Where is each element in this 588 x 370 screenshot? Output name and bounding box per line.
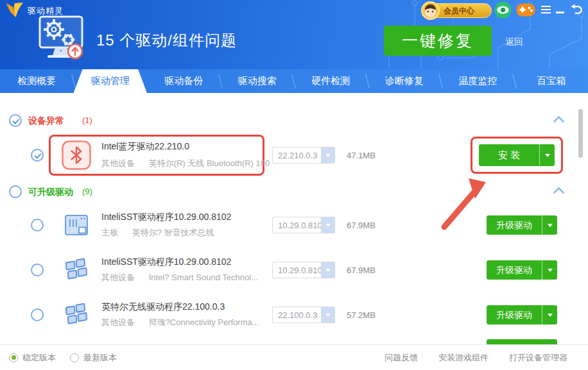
device-description: 英特尔? 智音技术总线: [132, 228, 214, 237]
tab-2[interactable]: 驱动管理: [74, 69, 148, 93]
section-count: (1): [82, 115, 92, 125]
device-description: 英特尔(R) 无线 Bluetooth(R) 100: [149, 158, 270, 168]
version-value: 22.100.0.3: [278, 310, 317, 320]
motherboard-icon: [62, 210, 91, 240]
version-select[interactable]: 22.100.0.3: [272, 307, 335, 323]
device-category: 其他设备: [101, 273, 135, 282]
minimize-icon[interactable]: [556, 12, 564, 13]
computer-gears-icon: [32, 14, 90, 65]
driver-genius-logo-icon: [6, 3, 24, 19]
back-arrow-icon[interactable]: [570, 4, 582, 15]
member-center-label: 会员中心: [444, 6, 474, 17]
action-button[interactable]: 升级驱动: [487, 215, 557, 235]
driver-size: 47.1MB: [347, 151, 376, 160]
feedback-link[interactable]: 问题反馈: [385, 352, 418, 364]
latest-version-option[interactable]: 最新版本: [70, 352, 117, 364]
tab-8[interactable]: 百宝箱: [515, 69, 588, 93]
header: 驱动精灵 会员中心: [0, 0, 588, 69]
driver-size: 57.2MB: [347, 310, 376, 320]
tab-6[interactable]: 诊断修复: [368, 69, 442, 93]
device-description: Intel? Smart Sound Technol...: [149, 273, 258, 282]
section-header: 可升级驱动 (9): [9, 185, 588, 200]
section-count: (9): [82, 187, 92, 196]
driver-title: 英特尔无线驱动程序22.100.0.3: [101, 301, 225, 313]
action-dropdown-icon[interactable]: [542, 215, 557, 235]
version-value: 22.210.0.3: [278, 151, 317, 160]
windows-driver-icon: [62, 255, 91, 285]
stable-version-radio[interactable]: [9, 353, 18, 362]
tab-bar: 检测概要驱动管理驱动备份驱动搜索硬件检测诊断修复温度监控百宝箱: [0, 69, 588, 93]
back-link[interactable]: 返回: [505, 37, 523, 48]
action-dropdown-icon[interactable]: [542, 305, 557, 324]
version-select[interactable]: 10.29.0.8102: [272, 217, 335, 233]
action-button[interactable]: 安装: [479, 144, 555, 166]
footer-links: 问题反馈 安装游戏组件 打开设备管理器: [385, 345, 567, 370]
tab-7[interactable]: 温度监控: [441, 69, 515, 93]
partial-action-button[interactable]: [487, 339, 557, 344]
row-checkbox[interactable]: [31, 149, 44, 162]
driver-row: InteliSST驱动程序10.29.00.8102 主板 英特尔? 智音技术总…: [0, 205, 588, 245]
driver-title: InteliSST驱动程序10.29.00.8102: [101, 256, 231, 268]
tab-5[interactable]: 硬件检测: [294, 69, 368, 93]
footer: 稳定版本 最新版本 问题反馈 安装游戏组件 打开设备管理器: [0, 344, 588, 370]
latest-version-radio[interactable]: [70, 353, 79, 362]
section-header: 设备异常 (1): [9, 114, 588, 129]
driver-size: 67.9MB: [347, 265, 376, 275]
driver-size: 67.9MB: [347, 221, 376, 230]
latest-version-label: 最新版本: [83, 352, 117, 364]
action-button[interactable]: 升级驱动: [487, 260, 557, 280]
stable-version-label: 稳定版本: [22, 352, 56, 364]
action-label[interactable]: 升级驱动: [487, 305, 542, 324]
action-dropdown-icon[interactable]: [542, 260, 557, 280]
tab-1[interactable]: 检测概要: [0, 69, 74, 93]
section-label: 可升级驱动: [28, 187, 73, 198]
tab-4[interactable]: 驱动搜索: [221, 69, 295, 93]
driver-row: 英特尔无线驱动程序22.100.0.3 其他设备 辩瑰?Connectivity…: [0, 295, 588, 335]
section-label: 设备异常: [28, 115, 64, 127]
page-title: 15 个驱动/组件问题: [96, 30, 237, 51]
dropdown-arrow-icon[interactable]: [321, 217, 334, 233]
driver-title: Intel蓝牙驱动22.210.0: [101, 141, 189, 153]
row-checkbox[interactable]: [31, 219, 44, 231]
member-center-button[interactable]: 会员中心: [422, 3, 492, 18]
version-select[interactable]: 22.210.0.3: [272, 147, 335, 164]
scrollbar-thumb[interactable]: [578, 109, 583, 158]
driver-row: InteliSST驱动程序10.29.00.8102 其他设备 Intel? S…: [0, 250, 588, 290]
device-category: 其他设备: [101, 158, 135, 168]
driver-title: InteliSST驱动程序10.29.00.8102: [101, 212, 231, 223]
gamepad-icon[interactable]: [516, 3, 535, 17]
action-label[interactable]: 升级驱动: [487, 260, 542, 280]
open-device-manager-link[interactable]: 打开设备管理器: [509, 352, 567, 364]
one-key-fix-button[interactable]: 一键修复: [384, 26, 492, 56]
driver-row: Intel蓝牙驱动22.210.0 其他设备 英特尔(R) 无线 Bluetoo…: [0, 135, 588, 176]
version-preference-group: 稳定版本 最新版本: [9, 345, 117, 370]
device-category: 主板: [101, 228, 118, 237]
action-label[interactable]: 安装: [479, 144, 540, 166]
driver-list-panel: 设备异常 (1) Intel蓝牙驱动22.210.0 其他设备 英特尔(R) 无…: [0, 93, 588, 344]
protection-eye-icon[interactable]: [494, 1, 512, 19]
install-game-components-link[interactable]: 安装游戏组件: [438, 352, 489, 364]
section-checkbox[interactable]: [9, 185, 22, 198]
action-label[interactable]: 升级驱动: [487, 215, 542, 235]
action-dropdown-icon[interactable]: [540, 144, 555, 166]
version-select[interactable]: 10.29.0.8102: [272, 262, 335, 278]
bluetooth-device-icon: [62, 140, 91, 170]
section-checkbox[interactable]: [9, 114, 22, 127]
action-button[interactable]: 升级驱动: [487, 305, 557, 324]
menu-icon[interactable]: [541, 6, 551, 15]
row-checkbox[interactable]: [31, 308, 44, 321]
collapse-chevron-icon[interactable]: [553, 115, 565, 124]
tab-3[interactable]: 驱动备份: [147, 69, 221, 93]
version-value: 10.29.0.8102: [278, 265, 327, 275]
dropdown-arrow-icon[interactable]: [321, 147, 334, 163]
avatar: [421, 1, 440, 20]
row-checkbox[interactable]: [31, 264, 44, 276]
stable-version-option[interactable]: 稳定版本: [9, 352, 56, 364]
dropdown-arrow-icon[interactable]: [321, 262, 334, 278]
windows-driver-icon: [62, 300, 91, 330]
dropdown-arrow-icon[interactable]: [321, 307, 334, 323]
device-category: 其他设备: [101, 317, 135, 327]
version-value: 10.29.0.8102: [278, 221, 327, 230]
device-description: 辩瑰?Connectivity Performa...: [149, 317, 259, 327]
collapse-chevron-icon[interactable]: [553, 186, 565, 195]
